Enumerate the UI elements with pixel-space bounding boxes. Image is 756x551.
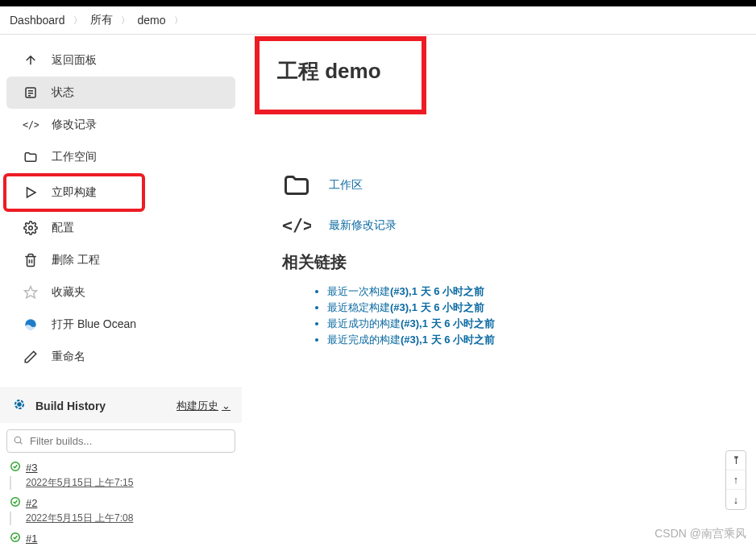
changes-icon: </>: [23, 117, 39, 133]
build-row[interactable]: #1: [6, 530, 235, 547]
breadcrumb-dashboard[interactable]: Dashboard: [10, 14, 65, 27]
breadcrumb-demo[interactable]: demo: [138, 14, 166, 27]
sidebar-item-label: 工作空间: [52, 150, 97, 164]
related-link-last-build[interactable]: 最近一次构建(#3),1 天 6 小时之前: [327, 284, 756, 299]
success-icon: [10, 496, 21, 510]
filter-builds-input[interactable]: [6, 429, 235, 453]
related-link-complete-build[interactable]: 最近完成的构建(#3),1 天 6 小时之前: [327, 333, 756, 347]
success-icon: [10, 532, 21, 545]
sidebar-item-label: 删除 工程: [52, 253, 100, 267]
sidebar-item-status[interactable]: 状态: [6, 77, 235, 109]
sidebar-item-changes[interactable]: </> 修改记录: [6, 109, 235, 141]
history-icon: [11, 396, 27, 415]
folder-icon: [282, 171, 311, 200]
sidebar-item-favorite[interactable]: 收藏夹: [6, 276, 235, 309]
sidebar-item-workspace[interactable]: 工作空间: [6, 141, 235, 173]
status-icon: [23, 85, 39, 101]
svg-line-12: [20, 441, 23, 444]
scroll-up-button[interactable]: ↑: [726, 470, 746, 490]
content-area: 工程 demo 工作区 </> 最新修改记录 相关链接 最近一次构建(#3),1…: [242, 35, 756, 550]
build-date[interactable]: 2022年5月15日 上午7:15: [10, 476, 235, 490]
quick-link-label: 最新修改记录: [329, 218, 397, 233]
quick-link-changes[interactable]: </> 最新修改记录: [282, 211, 756, 240]
arrow-up-icon: [23, 52, 39, 68]
watermark: CSDN @南宫乘风: [654, 527, 746, 541]
chevron-right-icon: 〉: [121, 14, 130, 27]
quick-links: 工作区 </> 最新修改记录 相关链接 最近一次构建(#3),1 天 6 小时之…: [258, 171, 756, 347]
sidebar-item-label: 配置: [52, 221, 74, 235]
build-row[interactable]: #3: [6, 459, 235, 476]
related-link-stable-build[interactable]: 最近稳定构建(#3),1 天 6 小时之前: [327, 300, 756, 315]
quick-link-label: 工作区: [329, 178, 363, 193]
build-history-header: Build History 构建历史 ⌄: [0, 387, 242, 423]
build-history-trend-link[interactable]: 构建历史 ⌄: [177, 399, 231, 413]
sidebar-item-blueocean[interactable]: 打开 Blue Ocean: [6, 309, 235, 341]
build-date[interactable]: 2022年5月15日 上午7:08: [10, 512, 235, 525]
svg-text:</>: </>: [23, 119, 39, 130]
changes-icon: </>: [282, 211, 311, 240]
svg-point-11: [15, 437, 21, 443]
star-icon: [23, 284, 39, 300]
sidebar: 返回面板 状态 </> 修改记录 工作空间 立即构建: [0, 35, 242, 550]
gear-icon: [23, 220, 39, 236]
scroll-widget: ⤒ ↑ ↓: [725, 450, 746, 510]
sidebar-item-delete[interactable]: 删除 工程: [6, 244, 235, 276]
related-links-list: 最近一次构建(#3),1 天 6 小时之前 最近稳定构建(#3),1 天 6 小…: [282, 284, 756, 347]
title-highlight-box: 工程 demo: [255, 36, 426, 114]
play-icon: [23, 184, 39, 201]
sidebar-item-label: 打开 Blue Ocean: [52, 317, 136, 332]
build-history-link-label: 构建历史: [177, 399, 218, 413]
build-list: #3 2022年5月15日 上午7:15 #2 2022年5月15日 上午7:0…: [0, 459, 242, 547]
build-number[interactable]: #1: [26, 532, 37, 545]
svg-marker-7: [25, 287, 37, 298]
top-bar: [0, 0, 756, 6]
sidebar-item-label: 修改记录: [52, 118, 97, 132]
chevron-right-icon: 〉: [73, 14, 82, 27]
folder-icon: [23, 149, 39, 165]
quick-link-workspace[interactable]: 工作区: [282, 171, 756, 200]
build-number[interactable]: #2: [26, 497, 37, 509]
sidebar-item-configure[interactable]: 配置: [6, 212, 235, 244]
svg-marker-5: [27, 188, 36, 197]
build-row[interactable]: #2: [6, 495, 235, 512]
filter-box: [6, 429, 235, 453]
chevron-right-icon: 〉: [174, 14, 183, 27]
sidebar-item-rename[interactable]: 重命名: [6, 341, 235, 373]
main-layout: 返回面板 状态 </> 修改记录 工作空间 立即构建: [0, 35, 756, 550]
success-icon: [10, 461, 21, 474]
sidebar-item-back[interactable]: 返回面板: [6, 44, 235, 77]
related-link-success-build[interactable]: 最近成功的构建(#3),1 天 6 小时之前: [327, 317, 756, 331]
scroll-down-button[interactable]: ↓: [726, 490, 746, 509]
search-icon: [13, 435, 23, 448]
trash-icon: [23, 252, 39, 268]
chevron-down-icon: ⌄: [222, 400, 231, 412]
blueocean-icon: [23, 317, 39, 333]
breadcrumb-all[interactable]: 所有: [90, 13, 113, 27]
sidebar-item-label: 状态: [52, 85, 74, 100]
sidebar-item-label: 重命名: [52, 350, 85, 364]
svg-text:</>: </>: [282, 215, 311, 235]
sidebar-item-label: 立即构建: [52, 185, 97, 200]
sidebar-item-label: 返回面板: [52, 53, 97, 68]
build-history-title: Build History: [35, 400, 106, 412]
page-title: 工程 demo: [277, 57, 381, 85]
sidebar-item-label: 收藏夹: [52, 285, 85, 300]
svg-point-6: [29, 226, 33, 230]
sidebar-item-build-now[interactable]: 立即构建: [3, 173, 145, 212]
build-number[interactable]: #3: [26, 462, 37, 474]
edit-icon: [23, 349, 39, 365]
scroll-top-button[interactable]: ⤒: [726, 451, 746, 470]
related-links-title: 相关链接: [282, 251, 756, 273]
svg-point-10: [18, 403, 20, 405]
breadcrumb: Dashboard 〉 所有 〉 demo 〉: [0, 6, 756, 35]
